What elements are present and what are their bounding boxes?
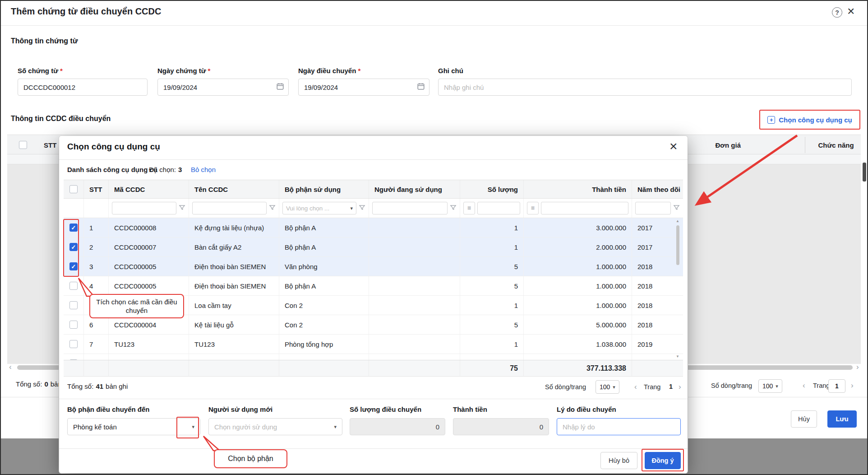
- ngay-chung-tu-field: [157, 79, 289, 96]
- ngay-dieu-chuyen-input[interactable]: [298, 79, 429, 96]
- so-chung-tu-label: Số chứng từ*: [18, 67, 63, 75]
- check-icon: ✓: [71, 244, 76, 251]
- nguoi-moi-select[interactable]: Chọn người sử dụng ▾: [208, 418, 342, 435]
- thanh-tien-label: Thành tiền: [453, 405, 487, 413]
- prev-page-icon[interactable]: ‹: [803, 382, 805, 389]
- required-mark: *: [208, 67, 211, 75]
- scroll-up-icon[interactable]: ▲: [676, 219, 679, 223]
- next-page-icon[interactable]: ›: [851, 382, 854, 389]
- calendar-icon[interactable]: [417, 82, 425, 92]
- open-select-ccdc-button[interactable]: + Chọn công cụ dụng cụ: [762, 113, 858, 127]
- header-divider: [1, 25, 867, 26]
- next-page-icon[interactable]: ›: [679, 383, 681, 391]
- col-ma-ccdc: Mã CCDC: [109, 180, 189, 198]
- so-chung-tu-input[interactable]: [18, 79, 148, 96]
- ngay-chung-tu-input[interactable]: [157, 79, 289, 96]
- page-number-input[interactable]: 1: [828, 379, 845, 393]
- vscroll-thumb[interactable]: [676, 225, 679, 265]
- callout-select-department: Chọn bộ phận: [214, 449, 287, 468]
- scroll-down-icon[interactable]: ▼: [676, 355, 679, 359]
- required-mark: *: [60, 67, 63, 75]
- row-checkbox[interactable]: [69, 340, 78, 348]
- col-stt: STT: [84, 180, 109, 198]
- bo-phan-den-select[interactable]: Phòng kế toán ▾: [67, 418, 200, 435]
- col-nam-theo-doi: Năm theo dõi: [632, 180, 683, 198]
- filter-icon[interactable]: [179, 204, 185, 213]
- section-ccdc-info: Thông tin CCDC điều chuyển: [11, 115, 111, 123]
- row-checkbox[interactable]: ✓: [69, 224, 78, 232]
- so-luong-dc-input: 0: [350, 418, 445, 435]
- inner-total: Tổng số:41bản ghi: [67, 382, 128, 390]
- filter-so-luong-input[interactable]: [477, 202, 520, 214]
- app-window: Thêm chứng từ điều chuyển CCDC ? × Thông…: [0, 0, 868, 475]
- header-divider: [59, 159, 688, 160]
- close-icon[interactable]: ×: [847, 5, 854, 18]
- select-all-checkbox[interactable]: [69, 185, 78, 193]
- table-row[interactable]: 8 MST021b Máy chuyển đổi KD Bộ phận A 1 …: [64, 354, 683, 360]
- summary-so-luong: 75: [460, 360, 524, 376]
- filter-icon[interactable]: [269, 204, 276, 213]
- filter-ten-ccdc-input[interactable]: [192, 202, 267, 214]
- filter-bo-phan-select[interactable]: Vui lòng chọn ... ▾: [282, 202, 356, 214]
- ccdc-table-filter-row: Vui lòng chọn ... ▾ = =: [64, 199, 683, 218]
- row-checkbox[interactable]: [69, 321, 78, 329]
- col-so-luong: Số lượng: [460, 180, 524, 198]
- ccdc-table-body: ✓ 1 CCDC000008 Kệ đựng tài liệu (nhựa) B…: [64, 218, 683, 360]
- footer-divider: [59, 399, 688, 399]
- page-label: Trang: [644, 383, 660, 391]
- filter-ma-ccdc-input[interactable]: [112, 202, 176, 214]
- cancel-button[interactable]: Hủy bỏ: [600, 452, 637, 469]
- rows-per-page-label: Số dòng/trang: [545, 383, 586, 391]
- page-vscroll-thumb[interactable]: [863, 163, 866, 182]
- rows-per-page-label: Số dòng/trang: [711, 382, 752, 389]
- rows-per-page-select[interactable]: 100▾: [758, 379, 782, 393]
- so-luong-dc-label: Số lượng điều chuyển: [350, 405, 421, 413]
- select-all-checkbox[interactable]: [19, 141, 27, 149]
- clear-selection-link[interactable]: Bỏ chọn: [191, 166, 216, 173]
- filter-icon[interactable]: [450, 204, 457, 213]
- equals-operator[interactable]: =: [463, 202, 475, 214]
- filter-thanh-tien-input[interactable]: [541, 202, 628, 214]
- hscroll-right-icon[interactable]: ›: [856, 363, 859, 371]
- ghi-chu-input[interactable]: [438, 79, 852, 96]
- table-row[interactable]: 4 CCDC000005 Điện thoại bàn SIEMEN Bộ ph…: [64, 276, 683, 296]
- nguoi-moi-label: Người sử dụng mới: [208, 405, 272, 413]
- filter-nguoi-input[interactable]: [372, 202, 448, 214]
- calendar-icon[interactable]: [276, 82, 284, 92]
- table-vscrollbar[interactable]: ▲ ▼: [674, 218, 681, 360]
- check-icon: ✓: [71, 224, 76, 231]
- chevron-down-icon: ▾: [350, 205, 353, 211]
- chevron-down-icon[interactable]: ▾: [192, 424, 194, 430]
- confirm-button[interactable]: Đồng ý: [645, 452, 681, 469]
- ngay-dieu-chuyen-field: [298, 79, 429, 96]
- row-checkbox[interactable]: [69, 301, 78, 309]
- row-checkbox[interactable]: [69, 282, 78, 290]
- table-row[interactable]: ✓ 1 CCDC000008 Kệ đựng tài liệu (nhựa) B…: [64, 218, 683, 238]
- table-row[interactable]: 7 TU123 TU123 Phòng tổng hợp 1 1.038.000…: [64, 335, 683, 354]
- page-number[interactable]: 1: [669, 383, 673, 390]
- table-row[interactable]: ✓ 3 CCDC000005 Điện thoại bàn SIEMEN Văn…: [64, 257, 683, 276]
- page-title: Thêm chứng từ điều chuyển CCDC: [11, 6, 161, 17]
- prev-page-icon[interactable]: ‹: [634, 383, 637, 391]
- row-checkbox[interactable]: ✓: [69, 262, 78, 270]
- row-checkbox[interactable]: ✓: [69, 243, 78, 251]
- filter-icon[interactable]: [673, 204, 680, 213]
- equals-operator[interactable]: =: [527, 202, 539, 214]
- close-icon[interactable]: ×: [669, 140, 678, 153]
- modal-title: Chọn công cụ dụng cụ: [67, 142, 160, 152]
- help-icon[interactable]: ?: [832, 7, 842, 18]
- ngay-dieu-chuyen-label: Ngày điều chuyển*: [298, 67, 360, 75]
- ly-do-input[interactable]: [557, 418, 681, 435]
- ccdc-table-header: STT Mã CCDC Tên CCDC Bộ phận sử dụng Ngư…: [64, 180, 683, 199]
- section-doc-info: Thông tin chứng từ: [11, 37, 78, 45]
- rows-per-page-select[interactable]: 100▾: [596, 380, 619, 394]
- save-button[interactable]: Lưu: [827, 410, 857, 428]
- filter-icon[interactable]: [359, 204, 365, 213]
- cancel-button[interactable]: Hủy: [791, 410, 817, 428]
- col-bo-phan: Bộ phận sử dụng: [279, 180, 369, 198]
- col-thanh-tien: Thành tiền: [524, 180, 632, 198]
- hscroll-left-icon[interactable]: ‹: [9, 363, 12, 371]
- outer-col-stt: STT: [44, 135, 56, 155]
- filter-nam-input[interactable]: [635, 202, 671, 214]
- table-row[interactable]: ✓ 2 CCDC000007 Bàn cắt giấy A2 Bộ phận A…: [64, 238, 683, 257]
